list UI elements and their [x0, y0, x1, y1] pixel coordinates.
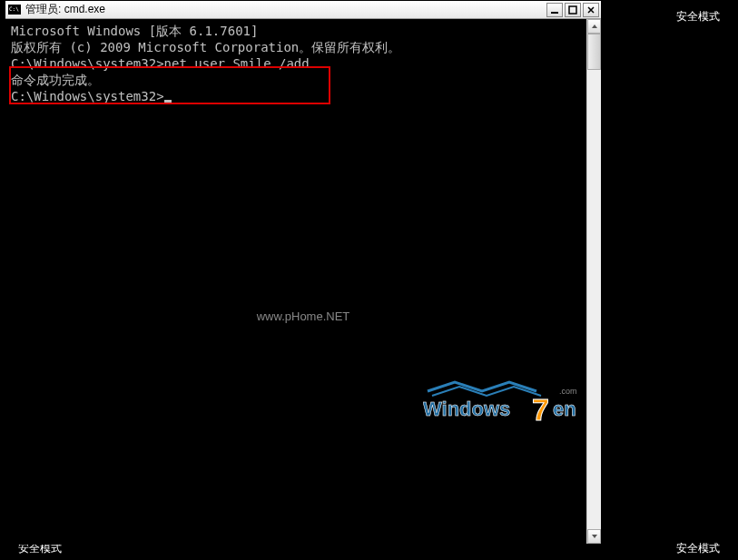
svg-text:.com: .com [559, 387, 577, 396]
svg-rect-1 [569, 6, 576, 14]
terminal-line: C:\Windows\system32>net user Smile /add [11, 55, 595, 72]
terminal-area[interactable]: Microsoft Windows [版本 6.1.7601] 版权所有 (c)… [5, 19, 601, 544]
safemode-label-topright: 安全模式 [676, 9, 720, 25]
terminal-line: 命令成功完成。 [11, 72, 595, 88]
svg-text:Windows: Windows [423, 398, 510, 420]
svg-text:en: en [553, 398, 576, 420]
cursor [164, 100, 172, 103]
cmd-window: 管理员: cmd.exe Microsoft Windows [版本 6.1.7… [5, 0, 602, 545]
minimize-icon [550, 5, 559, 15]
minimize-button[interactable] [546, 3, 563, 17]
svg-text:7: 7 [532, 392, 549, 427]
scroll-up-button[interactable] [587, 19, 601, 34]
maximize-button[interactable] [565, 3, 581, 17]
chevron-up-icon [591, 23, 598, 30]
close-icon [586, 5, 595, 15]
vertical-scrollbar[interactable] [586, 19, 601, 544]
watermark-text: www.pHome.NET [257, 309, 350, 323]
terminal-line: Microsoft Windows [版本 6.1.7601] [11, 23, 595, 39]
windows7en-logo: Windows 7 en .com [423, 378, 595, 431]
titlebar[interactable]: 管理员: cmd.exe [5, 1, 601, 19]
cmd-icon [7, 4, 22, 16]
scroll-thumb[interactable] [587, 34, 601, 70]
chevron-down-icon [591, 533, 598, 540]
terminal-prompt-active: C:\Windows\system32> [11, 88, 595, 104]
window-title: 管理员: cmd.exe [25, 2, 546, 17]
window-controls [546, 3, 599, 17]
svg-rect-0 [551, 12, 558, 14]
close-button[interactable] [583, 3, 599, 17]
terminal-line: 版权所有 (c) 2009 Microsoft Corporation。保留所有… [11, 39, 595, 55]
safemode-label-bottomright: 安全模式 [676, 541, 720, 556]
maximize-icon [568, 5, 577, 15]
scroll-down-button[interactable] [587, 529, 601, 544]
